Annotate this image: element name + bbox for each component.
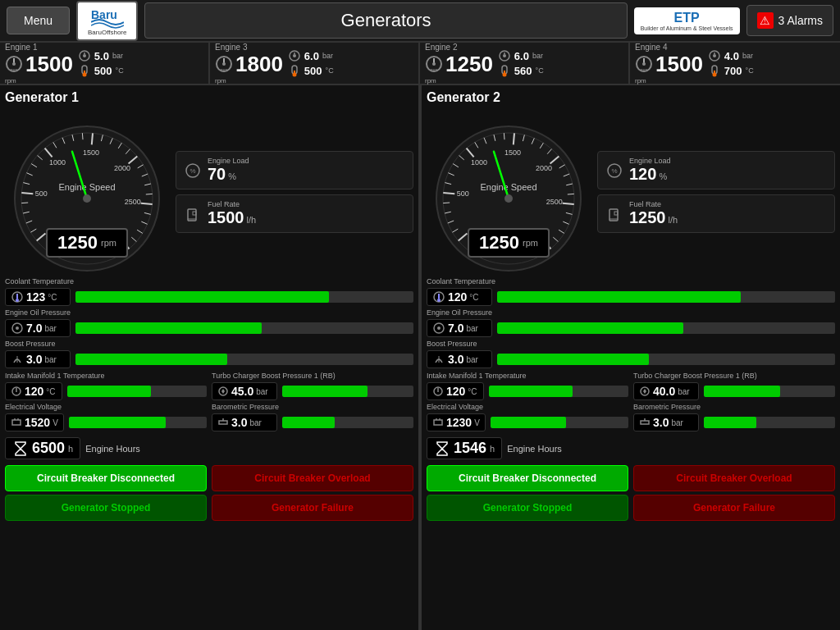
boost-bar-fill [497,354,649,365]
generator-failure-button[interactable]: Generator Failure [633,495,835,521]
svg-point-141 [504,194,513,203]
engine-load-value-row: 120 % [629,165,671,184]
engine-load-unit: % [659,171,667,181]
svg-line-67 [146,194,153,194]
rpm-unit: rpm [635,77,703,84]
fuel-rate-icon [185,206,201,222]
rpm-reading-value: 1250 [57,232,98,253]
svg-text:%: % [189,167,195,175]
intake-icon [432,386,444,397]
oil-pressure-icon [78,49,91,62]
coolant-bar-wrap [497,291,835,303]
circuit-breaker-overload-button[interactable]: Circuit Breaker Overload [212,465,413,491]
engine-load-box: % Engine Load 120 % [597,151,835,189]
oil-row: 7.0 bar [427,319,835,337]
status-col-left: Intake Manifold 1 Temperature 120 °C Ele… [427,372,628,431]
generator-failure-button[interactable]: Generator Failure [212,495,413,521]
status-col-right: Turbo Charger Boost Pressure 1 (RB) 40.0… [633,372,835,431]
alarms-panel[interactable]: ⚠ 3 Alarms [746,5,833,36]
elec-bar-wrap [491,417,628,428]
status-col-left: Intake Manifold 1 Temperature 120 °C Ele… [5,372,207,431]
oil-pressure-icon [288,49,301,62]
temp-icon [78,64,91,77]
oil-pressure-unit: bar [532,52,543,60]
svg-line-118 [514,133,514,144]
page-title: Generators [144,2,627,39]
fuel-rate-label: Fuel Rate [208,200,256,208]
svg-text:rpm: rpm [431,67,438,72]
boost-row: 3.0 bar [427,350,835,368]
turbo-bar-wrap [704,386,835,397]
fuel-rate-unit: l/h [247,215,257,225]
turbo-row: 45.0 bar [212,382,413,400]
engine-panel-3: Engine 2 rpm 1250 rpm 6.0 b [420,43,630,84]
engine-load-box: % Engine Load 70 % [176,151,413,189]
intake-value-box: 120 °C [5,382,62,400]
circuit-breaker-disconnected-button[interactable]: Circuit Breaker Disconnected [5,465,207,491]
svg-point-30 [502,73,506,77]
svg-text:rpm: rpm [11,67,18,72]
coolant-value-box: 120 °C [427,288,492,306]
baro-value-box: 3.0 bar [633,413,699,431]
btn-row-2: Generator Stopped Generator Failure [5,495,413,521]
baro-bar-fill [282,417,335,428]
coolant-temp-unit: °C [469,293,478,302]
turbo-bar-fill [282,386,368,397]
temp-icon [498,64,511,77]
coolant-value-box: 123 °C [5,288,71,306]
baro-icon [639,417,651,428]
engine-load-value-row: 70 % [208,165,249,184]
svg-point-33 [642,62,646,66]
oil-pressure-value: 5.0 [94,50,109,62]
engine-rpm: rpm 1800 [215,52,283,77]
rpm-gauge-icon: rpm [635,55,653,73]
circuit-breaker-disconnected-button[interactable]: Circuit Breaker Disconnected [427,465,628,491]
fuel-rate-icon [606,206,623,222]
engine-load-icon: % [606,162,623,179]
generator-panel-2: Generator 2 5001000150020002500 Engine S… [422,85,840,630]
generator-stopped-button[interactable]: Generator Stopped [5,495,207,521]
turbo-row: 40.0 bar [633,382,835,400]
oil-value-box: 7.0 bar [5,319,71,337]
engine-hours-label: Engine Hours [507,444,562,454]
menu-button[interactable]: Menu [7,7,70,34]
svg-line-107 [443,203,450,203]
svg-point-91 [16,326,19,330]
logo-icon: Baru [91,6,124,29]
oil-pressure-unit: bar [44,324,56,333]
temp-value: 560 [514,65,532,77]
header: Menu Baru BaruOffshore Generators ETP Bu… [0,0,840,43]
svg-line-128 [563,203,574,204]
rpm-reading: 1250 rpm [46,228,128,258]
elec-row: 1520 V [5,413,207,431]
fuel-rate-box: Fuel Rate 1500 l/h [176,194,413,233]
rpm-unit: rpm [215,77,283,84]
etp-logo: ETP Builder of Aluminum & Steel Vessels [634,7,740,34]
turbo-bar-fill [704,386,780,397]
generator-stopped-button[interactable]: Generator Stopped [427,495,628,521]
oil-pressure-unit: bar [112,52,123,60]
engine-load-info: Engine Load 70 % [208,157,249,184]
turbo-value-box: 45.0 bar [212,382,277,400]
intake-label: Intake Manifold 1 Temperature [427,372,628,380]
svg-point-40 [712,73,716,77]
oil-pressure-value: 6.0 [514,50,529,62]
fuel-rate-info: Fuel Rate 1250 l/h [629,200,678,227]
engine-load-label: Engine Load [208,157,249,165]
elec-value-box: 1520 V [5,413,64,431]
engine-hours-value: 6500 [32,440,65,457]
svg-text:1500: 1500 [504,148,521,157]
temp-value: 700 [724,65,742,77]
circuit-breaker-overload-button[interactable]: Circuit Breaker Overload [633,465,835,491]
svg-line-127 [568,194,574,194]
turbo-icon [217,386,229,397]
engine-sub-metrics: 5.0 bar 500 °C [78,49,124,77]
svg-point-26 [503,54,506,57]
coolant-bar-wrap [75,291,413,303]
oil-pressure-icon [708,49,721,62]
temp-row: 500 °C [78,64,124,77]
boost-pressure-unit: bar [466,355,477,364]
oil-bar-fill [75,322,262,334]
elec-value-box: 1230 V [427,413,486,431]
svg-line-117 [504,133,504,139]
